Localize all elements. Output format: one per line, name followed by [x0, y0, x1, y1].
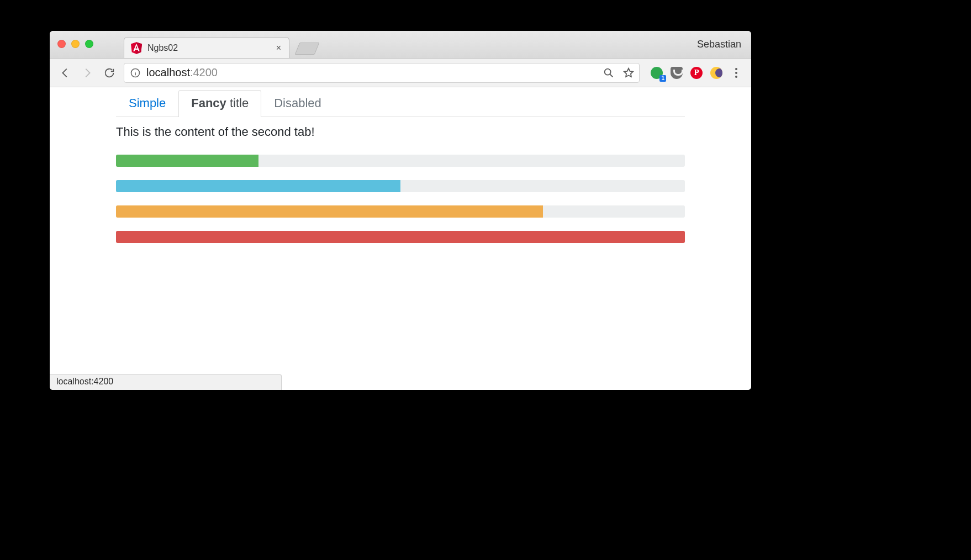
progress-warning [116, 205, 685, 218]
extension-icons: 1 P [650, 66, 743, 80]
nav-tabs: Simple Fancy title Disabled [116, 89, 685, 117]
window-zoom[interactable] [85, 40, 93, 48]
pinterest-icon[interactable]: P [689, 66, 704, 80]
tab-disabled-label: Disabled [274, 96, 321, 110]
progress-bar-info [116, 180, 400, 192]
tab-fancy-rest: title [226, 96, 249, 110]
window-close[interactable] [57, 40, 66, 48]
window-controls [57, 40, 93, 48]
tab-simple-label: Simple [129, 96, 166, 110]
progress-bar-warning [116, 205, 543, 218]
tab-disabled: Disabled [261, 90, 334, 117]
progress-success [116, 155, 685, 167]
progress-list [116, 155, 685, 243]
site-info-icon[interactable] [130, 67, 141, 78]
svg-point-3 [605, 68, 611, 75]
angular-icon [131, 42, 142, 54]
browser-tab-title: Ngbs02 [147, 43, 270, 53]
progress-danger [116, 231, 685, 243]
new-tab-button[interactable] [295, 43, 320, 55]
page-root: Simple Fancy title Disabled This is the … [116, 87, 685, 243]
nav-back-button[interactable] [57, 65, 73, 81]
tab-content-text: This is the content of the second tab! [116, 117, 685, 142]
moon-icon[interactable] [709, 66, 724, 80]
window-minimize[interactable] [71, 40, 80, 48]
zoom-icon[interactable] [601, 66, 616, 80]
address-bar[interactable]: localhost:4200 [124, 63, 640, 83]
progress-info [116, 180, 685, 192]
browser-tabstrip: Ngbs02 × [124, 31, 317, 58]
status-bar: localhost:4200 [50, 374, 282, 390]
browser-tab[interactable]: Ngbs02 × [124, 37, 289, 58]
browser-toolbar: localhost:4200 1 P [50, 59, 751, 87]
extension-green-badge: 1 [659, 75, 666, 82]
nav-forward-button[interactable] [80, 65, 95, 81]
tab-simple[interactable]: Simple [116, 90, 178, 117]
browser-window: Ngbs02 × Sebastian localhost:4200 [50, 31, 751, 390]
close-tab-icon[interactable]: × [275, 43, 282, 53]
extension-green[interactable]: 1 [650, 66, 664, 80]
address-text: localhost:4200 [146, 66, 218, 79]
bookmark-star-icon[interactable] [621, 66, 636, 80]
progress-bar-success [116, 155, 258, 167]
address-host: localhost [146, 66, 190, 78]
progress-bar-danger [116, 231, 685, 243]
tab-fancy-title[interactable]: Fancy title [178, 90, 261, 117]
pocket-icon[interactable] [669, 66, 684, 80]
viewport: Simple Fancy title Disabled This is the … [50, 87, 751, 390]
chrome-profile-name[interactable]: Sebastian [697, 39, 741, 50]
svg-line-4 [610, 74, 613, 77]
tab-fancy-bold: Fancy [191, 96, 226, 110]
titlebar: Ngbs02 × Sebastian [50, 31, 751, 59]
address-port: :4200 [190, 66, 218, 78]
chrome-menu-icon[interactable] [729, 66, 743, 80]
nav-reload-button[interactable] [102, 65, 117, 81]
